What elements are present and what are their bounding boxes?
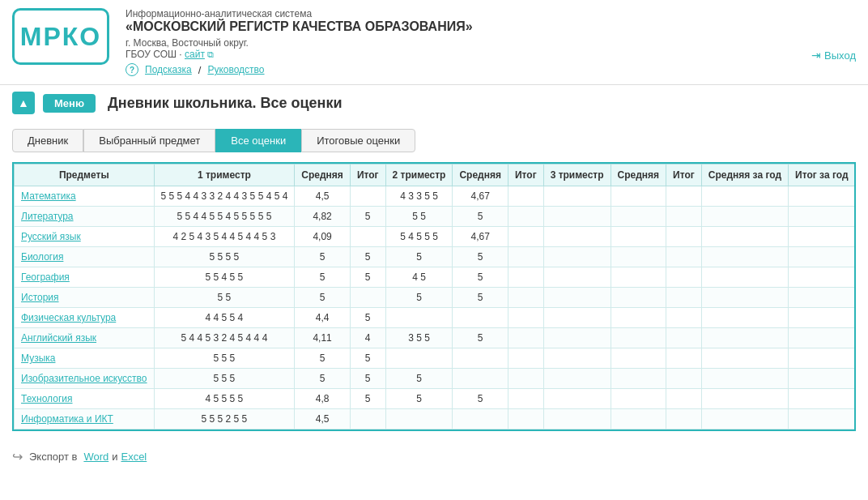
avg3-cell bbox=[611, 409, 666, 429]
export-word-link[interactable]: Word bbox=[83, 451, 108, 463]
avg3-cell bbox=[611, 267, 666, 288]
t2-cell: 5 bbox=[385, 369, 453, 389]
avg3-cell bbox=[611, 348, 666, 369]
t2-cell: 5 bbox=[385, 288, 453, 308]
t3-cell bbox=[543, 369, 611, 389]
subject-cell[interactable]: Русский язык bbox=[15, 227, 155, 247]
subject-cell[interactable]: География bbox=[15, 267, 155, 288]
t3-cell bbox=[543, 288, 611, 308]
separator: / bbox=[198, 64, 202, 76]
fin2-cell bbox=[508, 409, 543, 429]
t3-cell bbox=[543, 308, 611, 328]
avg1-cell: 5 bbox=[295, 369, 351, 389]
fin3-cell bbox=[666, 308, 702, 328]
avg1-cell: 4,5 bbox=[295, 186, 351, 207]
avg-year-cell bbox=[701, 409, 788, 429]
site-icon: ⧉ bbox=[207, 49, 214, 59]
fin1-cell: 5 bbox=[350, 207, 385, 227]
tab-final[interactable]: Итоговые оценки bbox=[301, 129, 415, 152]
table-row: Физическая культура4 4 5 5 44,45 bbox=[15, 308, 856, 328]
t2-cell bbox=[385, 348, 453, 369]
tab-subject[interactable]: Выбранный предмет bbox=[83, 129, 215, 152]
menu-button[interactable]: Меню bbox=[43, 94, 96, 113]
fin2-cell bbox=[508, 308, 543, 328]
fin2-cell bbox=[508, 288, 543, 308]
table-row: Биология5 5 5 55555 bbox=[15, 247, 856, 267]
tabs: Дневник Выбранный предмет Все оценки Ито… bbox=[12, 129, 856, 152]
fin-year-cell bbox=[789, 227, 855, 247]
fin1-cell: 4 bbox=[350, 328, 385, 348]
fin-year-cell bbox=[789, 369, 855, 389]
header-right: ⇥ Выход bbox=[811, 8, 856, 62]
avg2-cell: 4,67 bbox=[453, 227, 508, 247]
t3-cell bbox=[543, 186, 611, 207]
table-row: Математика5 5 5 4 4 3 3 2 4 4 3 5 5 4 5 … bbox=[15, 186, 856, 207]
col-subjects: Предметы bbox=[15, 165, 155, 186]
fin3-cell bbox=[666, 267, 702, 288]
table-row: Английский язык5 4 4 5 3 2 4 5 4 4 44,11… bbox=[15, 328, 856, 348]
grades-table-container: Предметы 1 триместр Средняя Итог 2 триме… bbox=[12, 162, 856, 431]
col-t3: 3 триместр bbox=[543, 165, 611, 186]
col-fin3: Итог bbox=[666, 165, 702, 186]
page-title: Дневник школьника. Все оценки bbox=[108, 95, 343, 112]
col-fin-year: Итог за год bbox=[789, 165, 855, 186]
fin-year-cell bbox=[789, 348, 855, 369]
t1-cell: 5 5 4 4 5 5 4 5 5 5 5 5 bbox=[154, 207, 295, 227]
avg3-cell bbox=[611, 389, 666, 409]
site-link[interactable]: сайт bbox=[185, 49, 205, 60]
subject-cell[interactable]: Биология bbox=[15, 247, 155, 267]
tab-all-grades[interactable]: Все оценки bbox=[215, 129, 301, 152]
fin1-cell bbox=[350, 186, 385, 207]
school-number: · bbox=[179, 49, 185, 60]
fin3-cell bbox=[666, 409, 702, 429]
table-row: Литература5 5 4 4 5 5 4 5 5 5 5 54,8255 … bbox=[15, 207, 856, 227]
subject-cell[interactable]: Английский язык bbox=[15, 328, 155, 348]
fin1-cell: 5 bbox=[350, 267, 385, 288]
subject-cell[interactable]: Изобразительное искусство bbox=[15, 369, 155, 389]
fin2-cell bbox=[508, 207, 543, 227]
logout-button[interactable]: ⇥ Выход bbox=[811, 49, 856, 62]
nav-bar: ▲ Меню Дневник школьника. Все оценки bbox=[0, 85, 868, 121]
col-t2: 2 триместр bbox=[385, 165, 453, 186]
school-label: ГБОУ СОШ bbox=[126, 49, 177, 60]
col-avg2: Средняя bbox=[453, 165, 508, 186]
fin3-cell bbox=[666, 227, 702, 247]
t3-cell bbox=[543, 409, 611, 429]
guide-link[interactable]: Руководство bbox=[207, 64, 264, 75]
back-button[interactable]: ▲ bbox=[12, 92, 35, 114]
t3-cell bbox=[543, 348, 611, 369]
avg3-cell bbox=[611, 227, 666, 247]
t1-cell: 5 5 5 bbox=[154, 348, 295, 369]
header-links: ? Подсказка / Руководство bbox=[126, 63, 811, 76]
subject-cell[interactable]: Технология bbox=[15, 389, 155, 409]
fin1-cell bbox=[350, 227, 385, 247]
subject-cell[interactable]: Математика bbox=[15, 186, 155, 207]
fin-year-cell bbox=[789, 207, 855, 227]
avg1-cell: 5 bbox=[295, 267, 351, 288]
fin3-cell bbox=[666, 207, 702, 227]
col-avg-year: Средняя за год bbox=[701, 165, 788, 186]
export-excel-link[interactable]: Excel bbox=[121, 451, 147, 463]
tab-diary[interactable]: Дневник bbox=[12, 129, 83, 152]
t1-cell: 5 5 5 4 4 3 3 2 4 4 3 5 5 4 5 4 bbox=[154, 186, 295, 207]
t2-cell: 4 5 bbox=[385, 267, 453, 288]
subject-cell[interactable]: Физическая культура bbox=[15, 308, 155, 328]
help-link[interactable]: Подсказка bbox=[145, 64, 192, 75]
subject-cell[interactable]: Музыка bbox=[15, 348, 155, 369]
avg2-cell: 5 bbox=[453, 247, 508, 267]
fin2-cell bbox=[508, 186, 543, 207]
t2-cell bbox=[385, 308, 453, 328]
subject-cell[interactable]: Информатика и ИКТ bbox=[15, 409, 155, 429]
t1-cell: 5 5 4 5 5 bbox=[154, 267, 295, 288]
t2-cell: 5 bbox=[385, 389, 453, 409]
avg3-cell bbox=[611, 328, 666, 348]
fin3-cell bbox=[666, 369, 702, 389]
fin1-cell: 5 bbox=[350, 308, 385, 328]
avg1-cell: 5 bbox=[295, 247, 351, 267]
fin3-cell bbox=[666, 389, 702, 409]
location: г. Москва, Восточный округ. bbox=[126, 37, 811, 49]
avg1-cell: 5 bbox=[295, 288, 351, 308]
subject-cell[interactable]: История bbox=[15, 288, 155, 308]
subject-cell[interactable]: Литература bbox=[15, 207, 155, 227]
avg-year-cell bbox=[701, 288, 788, 308]
